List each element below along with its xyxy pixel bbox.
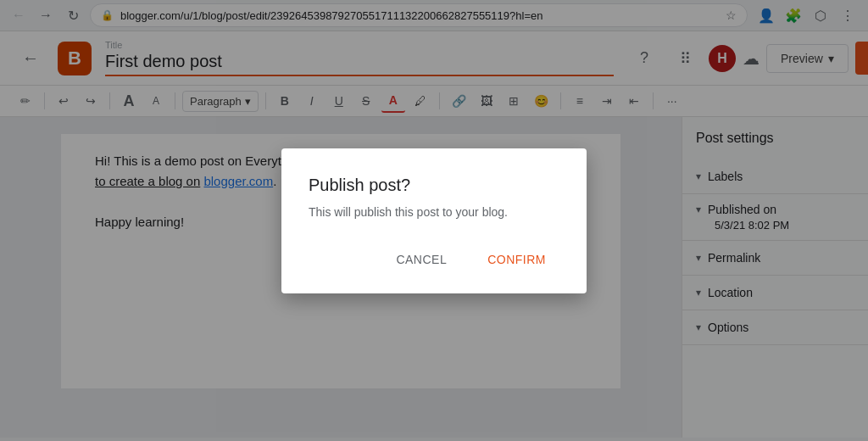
confirm-button[interactable]: CONFIRM: [474, 246, 559, 273]
dialog-actions: CANCEL CONFIRM: [309, 246, 559, 273]
publish-dialog: Publish post? This will publish this pos…: [281, 148, 587, 293]
modal-overlay[interactable]: Publish post? This will publish this pos…: [0, 0, 868, 441]
dialog-body: This will publish this post to your blog…: [309, 205, 559, 219]
cancel-button[interactable]: CANCEL: [382, 246, 460, 273]
dialog-title: Publish post?: [309, 176, 559, 195]
